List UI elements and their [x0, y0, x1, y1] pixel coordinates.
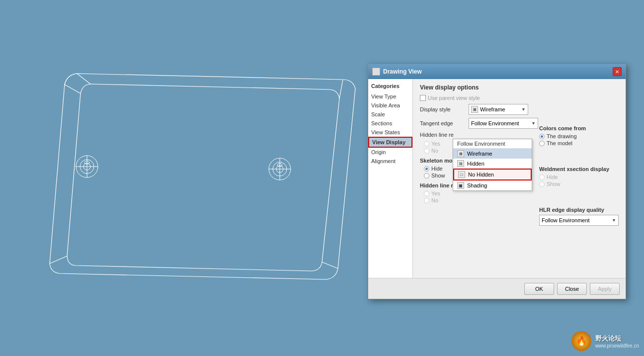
tangent-edge-arrow: ▼: [531, 121, 536, 126]
tangent-edge-select[interactable]: Follow Environment ▼: [469, 118, 538, 129]
weldment-hide-label: Hide: [547, 174, 558, 180]
dialog-title-text: Drawing View: [383, 68, 422, 75]
dialog-app-icon: [372, 68, 380, 76]
sidebar-item-scale[interactable]: Scale: [368, 110, 412, 119]
categories-panel: Categories View Type Visible Area Scale …: [368, 79, 413, 278]
wireframe-icon: ⊞: [471, 106, 478, 113]
colors-drawing-radio[interactable]: [539, 134, 545, 139]
hidden-dropdown-icon: ⊟: [457, 160, 464, 167]
dropdown-header-text: Follow Environment: [457, 141, 505, 147]
sidebar-item-view-type[interactable]: View Type: [368, 92, 412, 101]
dropdown-shading-item[interactable]: ▦ Shading: [453, 180, 532, 190]
wireframe-dropdown-icon: ⊞: [457, 150, 464, 157]
xhatch-yes-label: Yes: [431, 190, 440, 196]
cad-drawing: [10, 35, 358, 313]
svg-line-1: [339, 80, 343, 98]
display-style-value: Wireframe: [480, 106, 505, 112]
colors-section: Colors come from The drawing The model W…: [539, 121, 619, 226]
colors-drawing-row: The drawing: [539, 133, 619, 139]
hlr-edge-select[interactable]: Follow Environment ▼: [539, 215, 619, 226]
dropdown-wireframe-item[interactable]: ⊞ Wireframe: [453, 149, 532, 159]
svg-line-2: [322, 262, 338, 268]
dropdown-no-hidden-item[interactable]: □ No Hidden: [453, 169, 532, 180]
apply-button[interactable]: Apply: [590, 283, 620, 295]
sidebar-item-view-states[interactable]: View States: [368, 128, 412, 137]
dialog-titlebar: Drawing View ✕: [368, 64, 626, 79]
sidebar-item-sections[interactable]: Sections: [368, 119, 412, 128]
fire-icon: 🔥: [576, 336, 587, 347]
hidden-yes-radio[interactable]: [424, 141, 429, 147]
categories-title: Categories: [368, 81, 412, 92]
xhatch-no-label: No: [431, 197, 438, 203]
weldment-header: Weldment xsection display: [539, 166, 619, 172]
display-style-select[interactable]: ⊞ Wireframe ▼: [469, 104, 528, 115]
colors-header: Colors come from: [539, 125, 619, 131]
dialog-footer: OK Close Apply: [368, 278, 626, 299]
hidden-no-label: No: [431, 148, 438, 154]
dropdown-hidden-item[interactable]: ⊟ Hidden: [453, 159, 532, 169]
drawing-view-dialog: Drawing View ✕ Categories View Type Visi…: [368, 64, 626, 299]
sidebar-item-view-display[interactable]: View Display: [368, 137, 412, 148]
dialog-close-button[interactable]: ✕: [613, 67, 622, 76]
skeleton-show-label: Show: [431, 173, 445, 178]
skeleton-show-radio[interactable]: [424, 173, 429, 178]
colors-model-row: The model: [539, 140, 619, 146]
options-title: View display options: [420, 84, 619, 91]
display-style-row: Display style ⊞ Wireframe ▼: [420, 104, 619, 115]
weldment-show-row: Show: [539, 181, 619, 187]
dialog-title-left: Drawing View: [372, 68, 422, 76]
watermark-site-name: 野火论坛: [595, 334, 639, 343]
weldment-show-radio[interactable]: [539, 181, 545, 187]
sidebar-item-visible-area[interactable]: Visible Area: [368, 101, 412, 110]
dialog-body: Categories View Type Visible Area Scale …: [368, 79, 626, 278]
watermark: 🔥 野火论坛 www.proewildfire.cn: [571, 331, 639, 351]
sidebar-item-origin[interactable]: Origin: [368, 148, 412, 157]
close-button[interactable]: Close: [557, 283, 587, 295]
options-panel: View display options Use parent view sty…: [413, 79, 626, 278]
no-hidden-dropdown-icon: □: [458, 171, 465, 178]
ok-button[interactable]: OK: [524, 283, 554, 295]
use-parent-checkbox[interactable]: [420, 95, 426, 101]
weldment-show-label: Show: [547, 181, 561, 187]
xhatch-yes-radio[interactable]: [424, 191, 429, 196]
watermark-logo: 🔥: [571, 331, 591, 351]
shading-dropdown-icon: ▦: [457, 182, 464, 189]
dropdown-follow-env-header: Follow Environment: [453, 139, 532, 149]
skeleton-hide-radio[interactable]: [424, 166, 429, 172]
tangent-edge-value: Follow Environment: [471, 120, 519, 126]
tangent-edge-label: Tangent edge: [420, 120, 465, 126]
hlr-edge-header: HLR edge display quality: [539, 207, 619, 213]
svg-line-3: [50, 256, 67, 264]
display-style-dropdown: Follow Environment ⊞ Wireframe ⊟ Hidden …: [453, 139, 532, 191]
use-parent-label: Use parent view style: [428, 95, 480, 101]
weldment-hide-row: Hide: [539, 174, 619, 180]
svg-line-0: [65, 85, 80, 93]
dropdown-wireframe-label: Wireframe: [467, 151, 492, 157]
sidebar-item-alignment[interactable]: Alignment: [368, 157, 412, 166]
display-style-label: Display style: [420, 106, 465, 112]
xhatch-no-radio[interactable]: [424, 198, 429, 203]
colors-drawing-label: The drawing: [547, 133, 577, 139]
hlr-edge-value: Follow Environment: [542, 217, 590, 223]
dropdown-shading-label: Shading: [467, 182, 487, 188]
use-parent-row: Use parent view style: [420, 95, 619, 101]
hidden-yes-label: Yes: [431, 141, 440, 147]
skeleton-hide-label: Hide: [431, 166, 443, 172]
colors-model-radio[interactable]: [539, 141, 545, 146]
hidden-no-radio[interactable]: [424, 148, 429, 154]
dropdown-no-hidden-label: No Hidden: [468, 172, 494, 178]
display-style-arrow: ▼: [521, 107, 526, 112]
watermark-url: www.proewildfire.cn: [595, 343, 639, 349]
dropdown-hidden-label: Hidden: [467, 161, 484, 167]
colors-model-label: The model: [547, 140, 572, 146]
hidden-line-label: Hidden line re: [420, 132, 465, 138]
weldment-hide-radio[interactable]: [539, 175, 545, 180]
hlr-edge-arrow: ▼: [612, 218, 616, 223]
